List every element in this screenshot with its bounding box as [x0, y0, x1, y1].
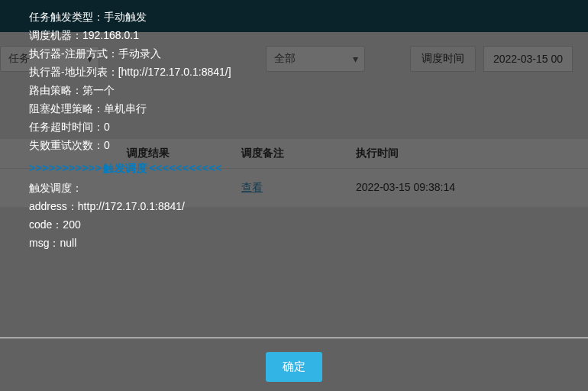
msg-value: null [60, 237, 76, 249]
sep-text: 触发调度 [103, 162, 147, 174]
executor-addr-label: 执行器-地址列表： [29, 66, 118, 78]
code-value: 200 [63, 218, 80, 231]
sep-left: >>>>>>>>>>> [29, 162, 102, 174]
trigger-type-value: 手动触发 [104, 11, 147, 23]
dispatch-detail-modal: 任务触发类型：手动触发 调度机器：192.168.0.1 执行器-注册方式：手动… [0, 0, 588, 252]
divider [0, 338, 588, 338]
timeout-label: 任务超时时间： [29, 121, 104, 133]
block-label: 阻塞处理策略： [29, 102, 104, 115]
retry-value: 0 [104, 139, 110, 151]
address-label: address： [29, 200, 78, 212]
confirm-button[interactable]: 确定 [266, 352, 322, 382]
scheduler-label: 调度机器： [29, 29, 82, 41]
dispatch-label: 触发调度： [29, 182, 82, 194]
executor-reg-value: 手动录入 [118, 47, 161, 60]
msg-label: msg： [29, 237, 60, 249]
retry-label: 失败重试次数： [29, 139, 104, 151]
route-label: 路由策略： [29, 84, 82, 96]
route-value: 第一个 [82, 84, 115, 96]
executor-reg-label: 执行器-注册方式： [29, 47, 118, 60]
timeout-value: 0 [104, 121, 110, 133]
scheduler-value: 192.168.0.1 [82, 29, 139, 41]
block-value: 单机串行 [104, 102, 147, 115]
executor-addr-value: [http://172.17.0.1:8841/] [118, 66, 231, 78]
modal-footer: 确定 [0, 338, 588, 391]
sep-right: <<<<<<<<<<< [149, 162, 221, 174]
address-value: http://172.17.0.1:8841/ [78, 200, 185, 212]
dispatch-separator: >>>>>>>>>>>触发调度<<<<<<<<<<< [29, 159, 559, 177]
trigger-type-label: 任务触发类型： [29, 11, 104, 23]
code-label: code： [29, 218, 63, 231]
